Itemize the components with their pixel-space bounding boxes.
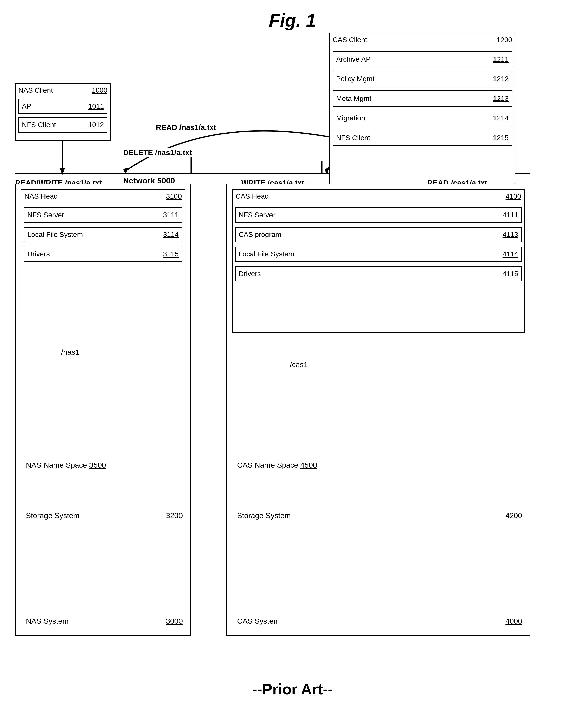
migration-box: Migration 1214 (333, 110, 512, 126)
read-nas-label: READ /nas1/a.txt (156, 123, 216, 132)
meta-mgmt-label: Meta Mgmt (336, 95, 371, 103)
archive-ap-id: 1211 (493, 55, 509, 63)
cas-local-fs-label: Local File System (239, 250, 294, 258)
nas-ap-box: AP 1011 (18, 99, 107, 114)
nas-drivers-id: 3115 (163, 250, 179, 258)
nas-local-fs-label: Local File System (27, 231, 83, 239)
cas-path-label: /cas1 (290, 360, 308, 369)
archive-ap-box: Archive AP 1211 (333, 51, 512, 68)
policy-mgmt-box: Policy Mgmt 1212 (333, 71, 512, 87)
nas-storage-id: 3200 (166, 511, 183, 520)
cas-namespace-label: CAS Name Space 4500 (237, 461, 317, 469)
nas-nfs-label: NFS Client (22, 121, 56, 129)
cas-head-box: CAS Head 4100 NFS Server 4111 CAS progra… (232, 189, 525, 333)
cas-client-nfs-box: NFS Client 1215 (333, 130, 512, 146)
cas-drivers-box: Drivers 4115 (235, 266, 522, 281)
svg-marker-7 (324, 168, 329, 174)
page-title: Fig. 1 (269, 10, 316, 31)
cas-head-id: 4100 (506, 192, 521, 201)
cas-client-id: 1200 (497, 36, 512, 44)
nas-nfs-server-box: NFS Server 3111 (24, 207, 182, 223)
cas-program-box: CAS program 4113 (235, 227, 522, 242)
nas-local-fs-box: Local File System 3114 (24, 227, 182, 242)
nas-local-fs-id: 3114 (163, 231, 179, 239)
cas-storage-label: Storage System (237, 511, 291, 520)
cas-drivers-id: 4115 (503, 270, 518, 278)
cas-head-label: CAS Head (236, 192, 269, 201)
nas-namespace-label: NAS Name Space 3500 (26, 461, 106, 469)
cas-drivers-label: Drivers (239, 270, 261, 278)
cas-nfs-server-label: NFS Server (239, 211, 275, 219)
nas-head-box: NAS Head 3100 NFS Server 3111 Local File… (21, 189, 185, 315)
cas-client-label: CAS Client (333, 36, 367, 44)
cas-client-nfs-id: 1215 (493, 134, 509, 142)
cas-program-id: 4113 (503, 231, 518, 239)
cas-local-fs-id: 4114 (503, 250, 518, 258)
nas-path-label: /nas1 (61, 348, 79, 356)
cas-system-label: CAS System (237, 617, 280, 625)
nas-system-box: NAS Head 3100 NFS Server 3111 Local File… (15, 184, 191, 636)
nas-head-id: 3100 (166, 192, 182, 201)
cas-nfs-server-box: NFS Server 4111 (235, 207, 522, 223)
cas-local-fs-box: Local File System 4114 (235, 247, 522, 262)
cas-system-id: 4000 (505, 617, 522, 625)
nas-storage-label: Storage System (26, 511, 79, 520)
nas-head-label: NAS Head (24, 192, 58, 201)
nas-nfs-server-label: NFS Server (27, 211, 64, 219)
migration-id: 1214 (493, 114, 509, 122)
migration-label: Migration (336, 114, 365, 122)
nas-client-id: 1000 (92, 86, 107, 94)
policy-mgmt-id: 1212 (493, 75, 509, 83)
delete-nas-label: DELETE /nas1/a.txt (123, 148, 192, 157)
nas-drivers-label: Drivers (27, 250, 50, 258)
cas-program-label: CAS program (239, 231, 281, 239)
cas-client-nfs-label: NFS Client (336, 134, 370, 142)
nas-nfs-id: 1012 (88, 121, 104, 129)
nas-client-box: NAS Client 1000 AP 1011 NFS Client 1012 (15, 83, 111, 141)
svg-marker-1 (60, 168, 65, 175)
policy-mgmt-label: Policy Mgmt (336, 75, 374, 83)
nas-client-label: NAS Client (18, 86, 53, 94)
prior-art-label: --Prior Art-- (252, 680, 333, 698)
cas-nfs-server-id: 4111 (503, 211, 518, 219)
svg-marker-6 (123, 168, 128, 174)
nas-system-label: NAS System (26, 617, 69, 625)
nas-ap-id: 1011 (88, 102, 104, 110)
nas-nfs-box: NFS Client 1012 (18, 118, 107, 132)
nas-drivers-box: Drivers 3115 (24, 247, 182, 262)
nas-system-id: 3000 (166, 617, 183, 625)
cas-storage-id: 4200 (505, 511, 522, 520)
meta-mgmt-id: 1213 (493, 95, 509, 103)
cas-system-box: CAS Head 4100 NFS Server 4111 CAS progra… (226, 184, 530, 636)
meta-mgmt-box: Meta Mgmt 1213 (333, 90, 512, 107)
nas-ap-label: AP (22, 102, 31, 110)
nas-nfs-server-id: 3111 (163, 211, 179, 219)
archive-ap-label: Archive AP (336, 55, 371, 63)
